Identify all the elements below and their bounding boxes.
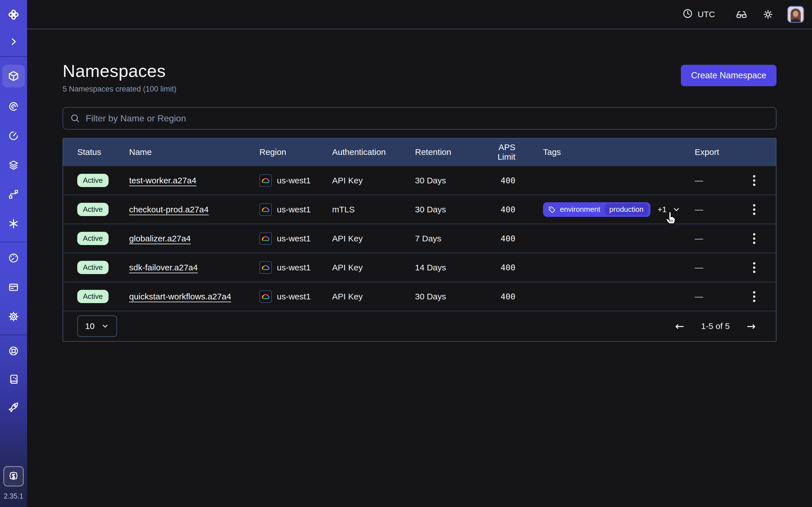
- page-title: Namespaces: [63, 61, 176, 81]
- auth-method: mTLS: [332, 205, 415, 214]
- main-content: Namespaces 5 Namespaces created (100 lim…: [27, 29, 812, 507]
- clock-icon: [682, 8, 693, 21]
- auth-method: API Key: [332, 234, 415, 243]
- page-size-value: 10: [85, 321, 94, 331]
- gcp-cloud-icon: [259, 290, 272, 303]
- sidebar-item-timer-icon[interactable]: [2, 126, 25, 146]
- status-badge: Active: [77, 261, 109, 274]
- column-header-retention: Retention: [415, 147, 479, 157]
- pagination-range: 1-5 of 5: [701, 321, 730, 331]
- table-row: Active sdk-failover.a27a4 us-west1 API K…: [63, 252, 776, 282]
- column-header-region: Region: [259, 147, 332, 157]
- retention: 14 Days: [415, 263, 479, 272]
- region-label: us-west1: [277, 263, 311, 272]
- retention: 30 Days: [415, 292, 479, 301]
- user-avatar[interactable]: [787, 6, 804, 23]
- export-value: —: [695, 263, 743, 272]
- row-actions-kebab-icon[interactable]: [750, 259, 759, 276]
- aps-limit: 400: [479, 205, 515, 214]
- auth-method: API Key: [332, 292, 415, 301]
- aps-limit: 400: [479, 176, 515, 185]
- sidebar-item-layers-icon[interactable]: [2, 155, 25, 175]
- sidebar-expand-chevron-icon[interactable]: [2, 32, 25, 52]
- sidebar-item-spiral-icon[interactable]: [2, 96, 25, 117]
- namespace-filter-input[interactable]: [63, 107, 776, 129]
- row-actions-kebab-icon[interactable]: [750, 172, 759, 189]
- aps-limit: 400: [479, 263, 515, 272]
- sidebar-item-asterisk-icon[interactable]: [2, 214, 25, 234]
- gcp-cloud-icon: [259, 203, 272, 216]
- sidebar-item-rocket-icon[interactable]: [2, 397, 25, 417]
- tags-more-count[interactable]: +1: [658, 205, 667, 214]
- status-badge: Active: [77, 232, 109, 245]
- sidebar-item-gauge-icon[interactable]: [2, 248, 25, 268]
- namespace-link[interactable]: globalizer.a27a4: [129, 234, 191, 243]
- aps-limit: 400: [479, 234, 515, 243]
- column-header-export: Export: [695, 147, 743, 157]
- table-row: Active test-worker.a27a4 us-west1 API Ke…: [63, 166, 776, 194]
- pricing-dollar-badge-icon[interactable]: [3, 466, 24, 487]
- retention: 30 Days: [415, 176, 479, 185]
- auth-method: API Key: [332, 176, 415, 185]
- tag-pill[interactable]: environment production: [543, 202, 651, 217]
- sidebar-item-namespaces[interactable]: [2, 65, 25, 87]
- row-actions-kebab-icon[interactable]: [750, 288, 759, 305]
- column-header-authentication: Authentication: [332, 147, 415, 157]
- namespace-link[interactable]: sdk-failover.a27a4: [129, 263, 198, 272]
- temporal-logo-icon[interactable]: [2, 4, 25, 25]
- column-header-aps-limit: APS Limit: [479, 143, 515, 162]
- export-value: —: [695, 292, 743, 301]
- namespaces-table: Status Name Region Authentication Retent…: [63, 138, 776, 342]
- page-size-select[interactable]: 10: [77, 316, 117, 337]
- sidebar-item-gear-icon[interactable]: [2, 306, 25, 327]
- sidebar-item-branch-icon[interactable]: [2, 184, 25, 205]
- next-page-button[interactable]: →: [744, 319, 758, 334]
- table-header-row: Status Name Region Authentication Retent…: [63, 138, 776, 166]
- auth-method: API Key: [332, 263, 415, 272]
- tag-value: production: [605, 204, 648, 215]
- region-label: us-west1: [277, 205, 311, 214]
- sidebar-item-billing-card-icon[interactable]: [2, 277, 25, 297]
- sidebar: 2.35.1: [0, 0, 27, 507]
- column-header-tags: Tags: [515, 147, 695, 157]
- gcp-cloud-icon: [259, 232, 272, 245]
- region-label: us-west1: [277, 292, 311, 301]
- sidebar-item-support-life-ring-icon[interactable]: [2, 341, 25, 361]
- column-header-status: Status: [77, 147, 129, 157]
- gcp-cloud-icon: [259, 262, 272, 274]
- create-namespace-button[interactable]: Create Namespace: [681, 65, 776, 86]
- timezone-selector[interactable]: UTC: [682, 8, 715, 21]
- table-row: Active checkout-prod.a27a4 us-west1 mTLS…: [63, 194, 776, 224]
- namespace-link[interactable]: test-worker.a27a4: [129, 176, 196, 185]
- tags-expand-chevron-icon[interactable]: [672, 205, 680, 214]
- chevron-down-icon: [101, 322, 109, 330]
- table-row: Active globalizer.a27a4 us-west1 API Key…: [63, 224, 776, 252]
- namespace-link[interactable]: checkout-prod.a27a4: [129, 205, 209, 214]
- export-value: —: [695, 176, 743, 185]
- row-actions-kebab-icon[interactable]: [750, 201, 759, 218]
- previous-page-button[interactable]: ←: [673, 319, 687, 334]
- status-badge: Active: [77, 290, 109, 303]
- gcp-cloud-icon: [259, 174, 272, 187]
- table-row: Active quickstart-workflows.a27a4 us-wes…: [63, 282, 776, 311]
- export-value: —: [695, 234, 743, 243]
- page-subtitle: 5 Namespaces created (100 limit): [63, 85, 176, 94]
- status-badge: Active: [77, 203, 109, 216]
- tag-key: environment: [560, 205, 600, 214]
- retention: 7 Days: [415, 234, 479, 243]
- region-label: us-west1: [277, 234, 311, 243]
- sidebar-item-docs-book-icon[interactable]: [2, 369, 25, 389]
- retention: 30 Days: [415, 205, 479, 214]
- pagination-bar: 10 ← 1-5 of 5 →: [63, 311, 776, 341]
- labs-glasses-icon[interactable]: [735, 8, 748, 20]
- status-badge: Active: [77, 174, 109, 187]
- theme-sun-icon[interactable]: [762, 9, 774, 20]
- column-header-name: Name: [129, 147, 259, 157]
- timezone-label: UTC: [698, 10, 715, 19]
- region-label: us-west1: [277, 176, 311, 185]
- row-actions-kebab-icon[interactable]: [750, 230, 759, 247]
- app-version: 2.35.1: [4, 492, 23, 500]
- topbar: UTC: [27, 0, 812, 29]
- export-value: —: [695, 205, 743, 214]
- namespace-link[interactable]: quickstart-workflows.a27a4: [129, 292, 231, 301]
